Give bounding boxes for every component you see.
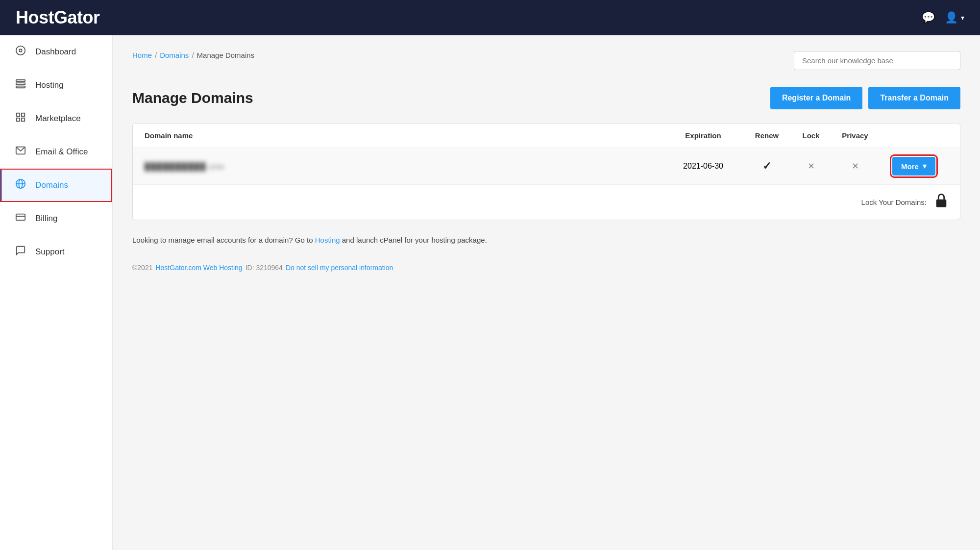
dashboard-icon — [14, 45, 27, 59]
more-label: More — [901, 162, 919, 171]
col-domain-name: Domain name — [145, 131, 664, 140]
table-row: ██████████.site 2021-06-30 ✓ ✕ ✕ More ▾ — [133, 148, 960, 184]
svg-rect-6 — [22, 113, 24, 116]
chevron-down-icon: ▾ — [961, 14, 964, 22]
sidebar-item-support[interactable]: Support — [0, 235, 112, 269]
lock-x-icon: ✕ — [791, 161, 831, 172]
expiration-cell: 2021-06-30 — [664, 162, 742, 171]
sidebar: Dashboard Hosting Marketplace Email & Of… — [0, 35, 113, 550]
layout: Dashboard Hosting Marketplace Email & Of… — [0, 35, 980, 550]
search-input[interactable] — [794, 51, 960, 70]
billing-icon — [14, 212, 27, 225]
hostgator-link[interactable]: HostGator.com Web Hosting — [155, 264, 242, 272]
more-chevron-icon: ▾ — [923, 162, 927, 171]
header: HostGator 💬 👤 ▾ — [0, 0, 980, 35]
renew-check-icon: ✓ — [742, 160, 791, 173]
page-title: Manage Domains — [132, 90, 253, 106]
sidebar-item-domains[interactable]: Domains — [0, 169, 112, 202]
privacy-link[interactable]: Do not sell my personal information — [286, 264, 393, 272]
table-header: Domain name Expiration Renew Lock Privac… — [133, 124, 960, 148]
col-renew: Renew — [742, 131, 791, 140]
svg-point-1 — [19, 49, 22, 52]
hosting-link[interactable]: Hosting — [315, 236, 340, 244]
breadcrumb-sep-2: / — [192, 51, 194, 59]
breadcrumb-home[interactable]: Home — [132, 51, 152, 59]
sidebar-marketplace-label: Marketplace — [35, 114, 81, 124]
logo: HostGator — [16, 7, 100, 28]
svg-rect-2 — [16, 80, 25, 82]
lock-icon[interactable] — [934, 193, 948, 212]
svg-rect-8 — [22, 118, 24, 121]
more-button-cell: More ▾ — [880, 157, 948, 175]
col-privacy: Privacy — [831, 131, 880, 140]
header-actions: 💬 👤 ▾ — [922, 11, 964, 24]
svg-rect-13 — [16, 214, 25, 221]
register-domain-button[interactable]: Register a Domain — [770, 87, 862, 109]
lock-row: Lock Your Domains: — [133, 184, 960, 220]
transfer-domain-button[interactable]: Transfer a Domain — [868, 87, 960, 109]
svg-rect-15 — [936, 200, 947, 207]
email-icon — [14, 145, 27, 159]
svg-rect-7 — [17, 118, 20, 121]
breadcrumb: Home / Domains / Manage Domains — [132, 51, 254, 59]
marketplace-icon — [14, 112, 27, 125]
page-header: Manage Domains Register a Domain Transfe… — [132, 87, 960, 109]
footer: ©2021 HostGator.com Web Hosting ID: 3210… — [132, 264, 960, 272]
breadcrumb-current: Manage Domains — [197, 51, 255, 59]
domains-icon — [14, 178, 27, 192]
sidebar-item-dashboard[interactable]: Dashboard — [0, 35, 112, 69]
sidebar-email-label: Email & Office — [35, 147, 88, 157]
user-menu[interactable]: 👤 ▾ — [945, 11, 964, 24]
domains-table-card: Domain name Expiration Renew Lock Privac… — [132, 123, 960, 220]
info-text: Looking to manage email accounts for a d… — [132, 236, 960, 244]
domain-name-cell: ██████████.site — [145, 162, 664, 171]
sidebar-item-email-office[interactable]: Email & Office — [0, 135, 112, 169]
svg-point-0 — [16, 46, 25, 55]
col-lock: Lock — [791, 131, 831, 140]
sidebar-support-label: Support — [35, 247, 65, 257]
page-actions: Register a Domain Transfer a Domain — [770, 87, 960, 109]
col-expiration: Expiration — [664, 131, 742, 140]
footer-id: ID: 3210964 — [245, 264, 283, 272]
copyright: ©2021 — [132, 264, 152, 272]
chat-icon[interactable]: 💬 — [922, 11, 935, 24]
lock-label: Lock Your Domains: — [861, 198, 927, 206]
sidebar-item-marketplace[interactable]: Marketplace — [0, 102, 112, 135]
sidebar-domains-label: Domains — [35, 180, 68, 190]
user-icon: 👤 — [945, 11, 958, 24]
svg-rect-3 — [16, 83, 25, 85]
col-action — [880, 131, 948, 140]
svg-rect-4 — [16, 86, 25, 88]
sidebar-billing-label: Billing — [35, 214, 57, 224]
sidebar-item-hosting[interactable]: Hosting — [0, 69, 112, 102]
more-button[interactable]: More ▾ — [892, 157, 935, 175]
main-content: Home / Domains / Manage Domains Manage D… — [113, 35, 980, 550]
hosting-icon — [14, 78, 27, 92]
top-bar: Home / Domains / Manage Domains — [132, 51, 960, 73]
breadcrumb-domains[interactable]: Domains — [160, 51, 189, 59]
support-icon — [14, 245, 27, 259]
svg-rect-5 — [17, 113, 20, 116]
sidebar-dashboard-label: Dashboard — [35, 47, 76, 57]
sidebar-item-billing[interactable]: Billing — [0, 202, 112, 235]
sidebar-hosting-label: Hosting — [35, 80, 64, 90]
privacy-x-icon: ✕ — [831, 161, 880, 172]
breadcrumb-sep-1: / — [155, 51, 157, 59]
